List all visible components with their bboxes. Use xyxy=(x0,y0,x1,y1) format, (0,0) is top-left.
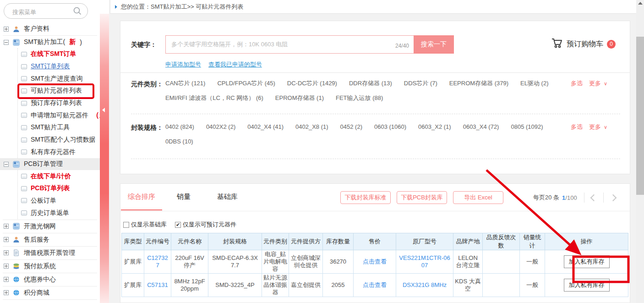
search-button[interactable]: 搜索一下 xyxy=(414,35,454,54)
sidebar-group[interactable]: SMT贴片加工(新) xyxy=(0,36,100,48)
expand-icon[interactable] xyxy=(4,290,9,295)
list-icon xyxy=(21,76,27,81)
sidebar-item-label: 申请增加可贴元器件 xyxy=(31,111,88,120)
page-scrollbar[interactable] xyxy=(636,0,644,303)
chevron-down-icon: ∨ xyxy=(604,81,607,87)
more-link[interactable]: 更多 xyxy=(589,79,601,88)
add-to-private-stock-button[interactable]: 加入私有库存 xyxy=(564,279,610,292)
sidebar-group[interactable]: 优惠券中心 xyxy=(0,274,100,286)
sidebar-group[interactable]: 客户资料 xyxy=(0,23,100,35)
expand-icon[interactable] xyxy=(4,237,9,242)
sidebar-item[interactable]: PCB订单列表 xyxy=(18,182,100,195)
sidebar-item[interactable]: 私有库存元器件 xyxy=(18,146,100,159)
filter-option[interactable]: DC-DC芯片 (1429) xyxy=(287,79,337,88)
filter-option[interactable]: 0402 (824) xyxy=(165,123,194,131)
sidebar-group[interactable]: 增值税票开票管理 xyxy=(0,247,100,259)
filter-option[interactable]: 0402X2 (2) xyxy=(206,123,235,131)
multi-select-link[interactable]: 多选 xyxy=(571,123,583,131)
add-to-private-stock-button[interactable]: 加入私有库存 xyxy=(564,255,610,268)
sidebar-group[interactable]: 预付款系统 xyxy=(0,260,100,272)
sidebar-item[interactable]: SMT贴片工具 xyxy=(18,121,100,134)
sidebar-item[interactable]: 公板订单 xyxy=(18,195,100,207)
keyword-input-wrap: 24/40 xyxy=(165,35,414,54)
filter-option[interactable]: DDS芯片 (7) xyxy=(404,79,437,88)
expand-icon[interactable] xyxy=(4,27,9,32)
multi-select-link[interactable]: 多选 xyxy=(571,79,583,88)
view-my-applied-models-link[interactable]: 查看我已申请的型号 xyxy=(208,61,262,69)
column-header: 库存数量 xyxy=(323,233,354,250)
filter-option[interactable]: 0603 (1060) xyxy=(374,123,406,131)
sidebar-collapse-strip[interactable] xyxy=(100,14,109,303)
sidebar-item[interactable]: 预订库存订单列表 xyxy=(18,97,100,110)
sidebar-item[interactable]: 申请增加可贴元器件（新） xyxy=(18,109,100,121)
sidebar-item[interactable]: 在线下SMT订单 xyxy=(18,48,100,61)
next-page-button[interactable] xyxy=(609,194,617,201)
filter-option[interactable]: 0805 (1092) xyxy=(511,123,543,131)
price-view-link[interactable]: 点击查看 xyxy=(363,281,387,288)
collapse-icon[interactable] xyxy=(4,40,9,45)
category-filter-actions: 多选 更多 ∨ xyxy=(571,79,607,88)
sidebar-item[interactable]: 在线下单/计价 xyxy=(18,170,100,182)
sidebar-group[interactable]: 积分商城 xyxy=(0,287,100,299)
collapse-icon[interactable] xyxy=(4,162,9,167)
prev-page-button[interactable] xyxy=(590,194,597,201)
sidebar-item[interactable]: SMT订单列表 xyxy=(18,61,100,73)
divider xyxy=(120,211,630,211)
filter-option[interactable]: 0402_X8 (1) xyxy=(295,123,328,131)
sidebar-group[interactable]: 开激光钢网 xyxy=(0,220,100,232)
export-excel-button[interactable]: 导出 Excel xyxy=(453,191,503,204)
sidebar-item-label: 历史订单返单 xyxy=(31,209,69,217)
filter-option[interactable]: 0402_X4 (41) xyxy=(247,123,284,131)
table-cell: 加入私有库存 xyxy=(545,250,628,274)
price-view-link[interactable]: 点击查看 xyxy=(363,258,387,265)
filter-option[interactable]: 0DBS (10) xyxy=(165,138,193,146)
divider xyxy=(3,259,97,260)
filter-option[interactable]: EMI/RFI 滤波器（LC，RC 网络） (6) xyxy=(165,94,263,102)
sidebar-item[interactable]: 历史订单返单 xyxy=(18,207,100,219)
expand-icon[interactable] xyxy=(4,250,9,255)
expand-icon[interactable] xyxy=(4,224,9,229)
sidebar-item[interactable]: 可贴片元器件列表 xyxy=(18,85,100,97)
sidebar-group[interactable]: PCB订单管理 xyxy=(0,158,100,170)
collapse-arrow-icon xyxy=(102,108,105,112)
filter-option[interactable]: CPLD/FPGA芯片 (45) xyxy=(217,79,275,88)
sidebar-search-input[interactable] xyxy=(11,6,72,18)
filter-option[interactable]: 0603_X2 (1) xyxy=(418,123,451,131)
scrollbar-thumb[interactable] xyxy=(636,37,644,195)
sidebar: 客户资料SMT贴片加工(新)在线下SMT订单SMT订单列表SMT生产进度查询可贴… xyxy=(0,0,100,303)
checkbox-reservable-only[interactable]: 仅显示可预订元器件 xyxy=(175,220,236,229)
filter-option[interactable]: EL驱动 (2) xyxy=(520,79,548,88)
expand-icon[interactable] xyxy=(4,277,9,282)
filter-option[interactable]: 0603_X4 (72) xyxy=(463,123,499,131)
filter-option[interactable]: FET输入运放 (88) xyxy=(336,94,383,102)
sidebar-group[interactable]: 售后服务 xyxy=(0,234,100,246)
sidebar-item[interactable]: SMT匹配个人习惯数据 xyxy=(18,134,100,146)
download-footprint-standard-button[interactable]: 下载封装库标准 xyxy=(340,191,391,204)
keyword-input[interactable] xyxy=(166,36,373,52)
sidebar-group-label: 开激光钢网 xyxy=(24,222,56,231)
more-link[interactable]: 更多 xyxy=(589,123,601,131)
factory-model-link[interactable]: DSX321G 8MHz xyxy=(403,281,447,288)
divider xyxy=(3,299,97,300)
filter-option[interactable]: 0452 (2) xyxy=(340,123,362,131)
download-pcb-footprint-button[interactable]: 下载PCB封装库 xyxy=(397,191,447,204)
column-header: 元件名称 xyxy=(171,233,208,250)
filter-option[interactable]: EPROM存储器 (1) xyxy=(275,94,324,102)
part-number-link[interactable]: C127327 xyxy=(147,254,168,269)
factory-model-link[interactable]: VES221M1CTR-0607 xyxy=(399,254,450,269)
expand-icon[interactable] xyxy=(4,264,9,269)
apply-add-model-link[interactable]: 申请添加型号 xyxy=(165,61,201,69)
column-header: 元件提供方 xyxy=(289,233,323,250)
sidebar-item[interactable]: SMT生产进度查询 xyxy=(18,72,100,85)
tab-base-library[interactable]: 基础库 xyxy=(217,193,238,201)
part-number-link[interactable]: C57131 xyxy=(147,281,168,288)
tab-sort-comprehensive[interactable]: 综合排序 xyxy=(128,193,155,201)
search-icon[interactable] xyxy=(73,6,82,17)
filter-option[interactable]: EEPROM存储器 (379) xyxy=(449,79,508,88)
scroll-up-icon[interactable] xyxy=(638,2,643,5)
filter-option[interactable]: DDR存储器 (13) xyxy=(349,79,392,88)
filter-option[interactable]: CAN芯片 (121) xyxy=(165,79,205,88)
tab-sales-volume[interactable]: 销量 xyxy=(177,193,191,201)
checkbox-base-library-only[interactable]: 仅显示基础库 xyxy=(123,220,167,229)
reserve-cart[interactable]: 预订购物车 0 xyxy=(551,38,616,50)
